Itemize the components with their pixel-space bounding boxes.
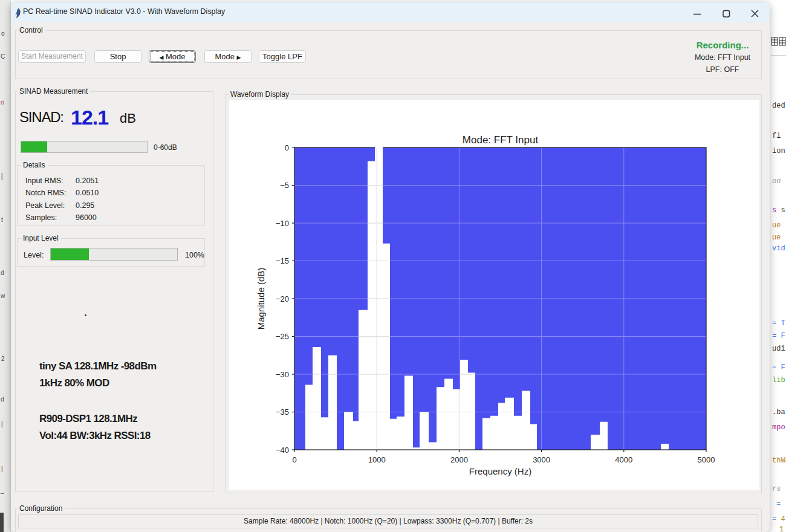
svg-text:0: 0 — [285, 143, 289, 152]
svg-text:−10: −10 — [276, 219, 289, 228]
svg-text:Frequency (Hz): Frequency (Hz) — [469, 466, 531, 476]
svg-text:2000: 2000 — [450, 455, 468, 464]
svg-text:3000: 3000 — [533, 455, 550, 464]
svg-text:−20: −20 — [276, 294, 289, 303]
svg-text:−35: −35 — [276, 407, 289, 417]
svg-text:Magnitude (dB): Magnitude (dB) — [256, 268, 266, 330]
svg-text:−25: −25 — [276, 332, 289, 341]
svg-text:−30: −30 — [276, 370, 289, 379]
svg-text:1000: 1000 — [368, 455, 386, 464]
svg-text:−40: −40 — [276, 446, 289, 455]
svg-text:−15: −15 — [276, 256, 289, 265]
svg-text:4000: 4000 — [615, 455, 632, 464]
svg-text:−5: −5 — [280, 181, 289, 190]
svg-text:0: 0 — [292, 455, 296, 464]
svg-text:Mode: FFT Input: Mode: FFT Input — [463, 134, 539, 146]
svg-text:5000: 5000 — [698, 455, 715, 464]
